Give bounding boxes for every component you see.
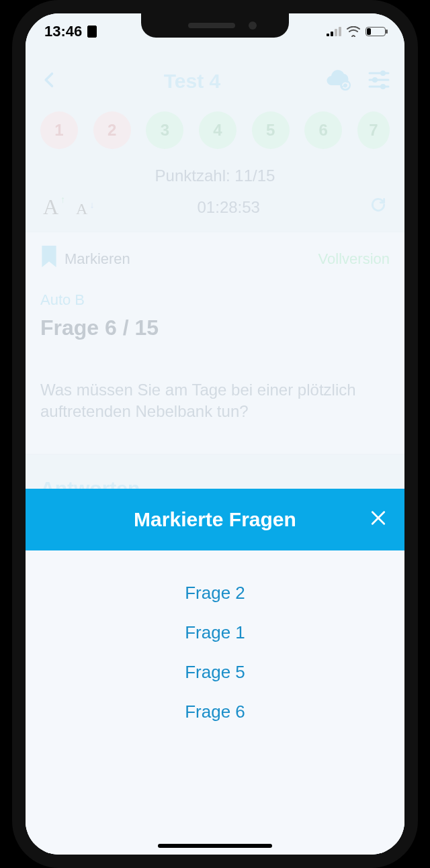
marked-questions-sheet: Markierte Fragen Frage 2 Frage 1 Frage 5… <box>26 489 404 855</box>
wifi-icon <box>347 25 360 38</box>
cellular-icon <box>327 27 341 36</box>
battery-icon <box>366 27 386 36</box>
marked-question-item[interactable]: Frage 5 <box>185 662 245 683</box>
status-left: 13:46 <box>44 23 97 40</box>
sheet-header: Markierte Fragen <box>26 489 404 550</box>
device-frame: 13:46 Test 4 <box>12 0 418 868</box>
close-icon[interactable] <box>370 510 387 530</box>
marked-question-item[interactable]: Frage 2 <box>185 583 245 604</box>
sheet-body: Frage 2 Frage 1 Frage 5 Frage 6 <box>26 550 404 855</box>
marked-question-item[interactable]: Frage 1 <box>185 622 245 643</box>
sheet-title: Markierte Fragen <box>134 508 296 531</box>
notch <box>141 13 289 38</box>
id-badge-icon <box>87 26 97 38</box>
status-time: 13:46 <box>44 23 82 40</box>
status-right <box>327 25 386 38</box>
home-indicator[interactable] <box>158 844 272 848</box>
marked-question-item[interactable]: Frage 6 <box>185 702 245 722</box>
screen: 13:46 Test 4 <box>26 13 404 855</box>
